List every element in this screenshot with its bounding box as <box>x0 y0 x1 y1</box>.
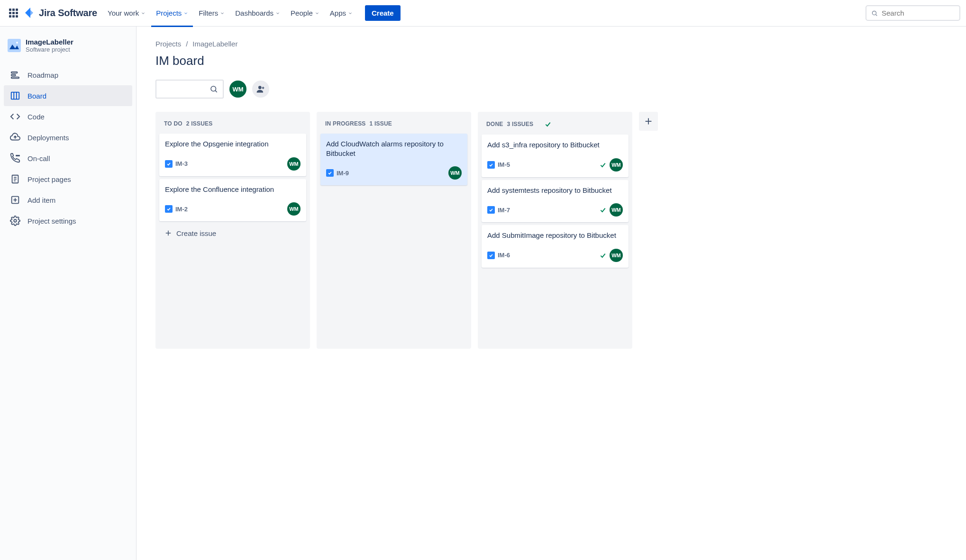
breadcrumb: Projects / ImageLabeller <box>155 40 947 48</box>
task-type-icon <box>487 161 495 169</box>
svg-point-4 <box>16 42 18 44</box>
column-header[interactable]: TO DO 2 ISSUES <box>159 116 306 134</box>
sidebar-item-board[interactable]: Board <box>4 85 132 106</box>
nav-item-label: Filters <box>199 9 218 17</box>
add-people-icon <box>256 84 265 94</box>
svg-rect-7 <box>11 77 19 79</box>
sidebar-item-label: Deployments <box>27 134 69 142</box>
svg-point-11 <box>18 155 18 156</box>
column-header[interactable]: DONE 3 ISSUES <box>482 116 629 135</box>
nav-item-label: Projects <box>156 9 182 17</box>
column-header[interactable]: IN PROGRESS 1 ISSUE <box>320 116 467 134</box>
card-title: Add systemtests repository to Bitbucket <box>487 186 623 195</box>
sidebar-item-on-call[interactable]: On-call <box>4 148 132 169</box>
svg-line-1 <box>876 14 877 16</box>
sidebar-item-deployments[interactable]: Deployments <box>4 127 132 148</box>
jira-logo-icon <box>25 8 36 19</box>
assignee-avatar[interactable]: WM <box>610 203 623 217</box>
assignee-avatar[interactable]: WM <box>287 202 301 216</box>
project-header[interactable]: ImageLabeller Software project <box>4 38 132 64</box>
issue-card[interactable]: Explore the Opsgenie integrationIM-3WM <box>159 134 306 176</box>
assignee-avatar[interactable]: WM <box>610 158 623 172</box>
done-check-icon <box>599 161 607 169</box>
breadcrumb-project[interactable]: ImageLabeller <box>192 40 237 48</box>
sidebar-item-roadmap[interactable]: Roadmap <box>4 64 132 85</box>
svg-rect-8 <box>11 92 19 99</box>
card-title: Add SubmitImage repository to Bitbucket <box>487 231 623 240</box>
sidebar-item-label: On-call <box>27 154 50 163</box>
issue-key: IM-5 <box>498 161 510 168</box>
issue-key: IM-6 <box>498 252 510 259</box>
sidebar-item-label: Project settings <box>27 217 76 225</box>
sidebar-item-project-pages[interactable]: Project pages <box>4 169 132 190</box>
issue-card[interactable]: Add s3_infra repository to BitbucketIM-5… <box>482 135 629 177</box>
issue-card[interactable]: Add SubmitImage repository to BitbucketI… <box>482 225 629 268</box>
create-issue-label: Create issue <box>176 229 216 237</box>
assignee-avatar[interactable]: WM <box>448 166 462 180</box>
pages-icon <box>9 173 21 185</box>
project-avatar-icon <box>8 39 21 52</box>
nav-item-label: Your work <box>108 9 139 17</box>
global-search[interactable] <box>866 5 960 21</box>
task-type-icon <box>165 160 173 168</box>
nav-item-projects[interactable]: Projects <box>151 6 193 20</box>
user-avatar[interactable]: WM <box>229 81 246 98</box>
nav-items: Your workProjectsFiltersDashboardsPeople… <box>103 6 357 20</box>
svg-point-0 <box>872 11 876 15</box>
settings-icon <box>9 215 21 226</box>
sidebar-item-project-settings[interactable]: Project settings <box>4 210 132 231</box>
sidebar-item-label: Add item <box>27 196 55 204</box>
nav-item-dashboards[interactable]: Dashboards <box>230 6 285 20</box>
jira-logo-text: Jira Software <box>39 8 97 18</box>
chevron-down-icon <box>315 11 319 16</box>
assignee-avatar[interactable]: WM <box>287 157 301 171</box>
task-type-icon <box>487 206 495 214</box>
card-title: Add s3_infra repository to Bitbucket <box>487 140 623 150</box>
nav-item-filters[interactable]: Filters <box>194 6 229 20</box>
svg-point-22 <box>211 86 216 91</box>
create-button[interactable]: Create <box>365 5 401 21</box>
project-type: Software project <box>26 46 73 53</box>
sidebar-item-code[interactable]: Code <box>4 106 132 127</box>
task-type-icon <box>487 252 495 259</box>
nav-item-label: People <box>291 9 313 17</box>
issue-key: IM-2 <box>175 206 188 213</box>
nav-item-your-work[interactable]: Your work <box>103 6 150 20</box>
issue-key: IM-9 <box>337 170 349 177</box>
add-people-button[interactable] <box>252 81 269 98</box>
column-count: 1 ISSUE <box>370 120 392 127</box>
deploy-icon <box>9 132 21 143</box>
issue-key: IM-3 <box>175 160 188 167</box>
issue-card[interactable]: Explore the Confluence integrationIM-2WM <box>159 179 306 222</box>
oncall-icon <box>9 153 21 164</box>
board-search[interactable] <box>155 80 224 99</box>
code-icon <box>9 111 21 122</box>
issue-card[interactable]: Add systemtests repository to BitbucketI… <box>482 180 629 223</box>
create-issue-button[interactable]: Create issue <box>159 224 306 242</box>
column-done: DONE 3 ISSUES Add s3_infra repository to… <box>478 112 632 349</box>
task-type-icon <box>165 205 173 213</box>
chevron-down-icon <box>220 11 225 16</box>
chevron-down-icon <box>348 11 353 16</box>
roadmap-icon <box>9 69 21 81</box>
sidebar-item-label: Roadmap <box>27 71 58 79</box>
app-switcher-button[interactable] <box>6 6 21 21</box>
chevron-down-icon <box>275 11 280 16</box>
svg-rect-5 <box>11 72 18 73</box>
jira-logo[interactable]: Jira Software <box>25 8 97 19</box>
svg-line-23 <box>215 90 217 92</box>
nav-item-people[interactable]: People <box>286 6 324 20</box>
svg-point-13 <box>16 155 17 156</box>
breadcrumb-root[interactable]: Projects <box>155 40 181 48</box>
nav-item-label: Apps <box>330 9 346 17</box>
assignee-avatar[interactable]: WM <box>610 249 623 262</box>
sidebar-item-add-item[interactable]: Add item <box>4 190 132 210</box>
sidebar: ImageLabeller Software project RoadmapBo… <box>0 27 137 560</box>
nav-item-apps[interactable]: Apps <box>325 6 357 20</box>
issue-key: IM-7 <box>498 207 510 214</box>
svg-point-12 <box>18 155 19 156</box>
done-check-icon <box>599 252 607 259</box>
add-column-button[interactable] <box>639 112 658 131</box>
global-search-input[interactable] <box>882 9 955 17</box>
issue-card[interactable]: Add CloudWatch alarms repository to Bitb… <box>320 134 467 185</box>
